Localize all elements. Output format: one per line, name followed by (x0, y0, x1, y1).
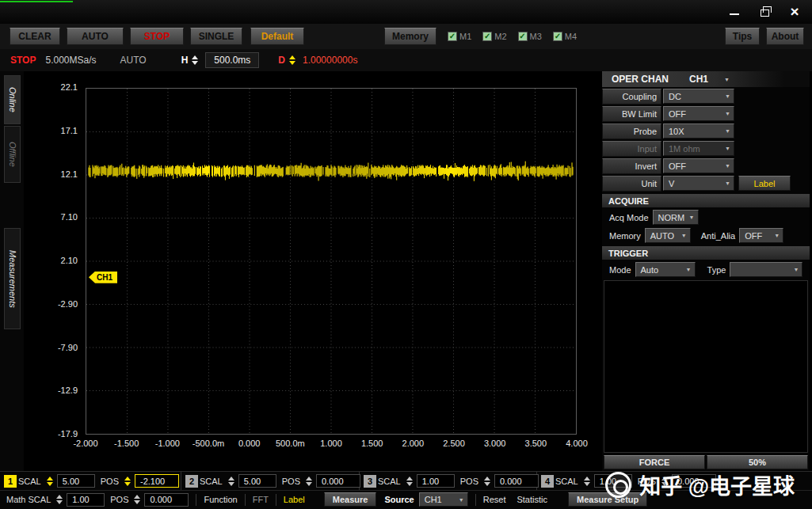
label-button[interactable]: Label (738, 176, 791, 191)
m1-label: M1 (459, 32, 471, 41)
tab-measurements[interactable]: Measurements (4, 228, 21, 329)
tips-button[interactable]: Tips (725, 28, 760, 45)
memory-slot-m4[interactable]: ✓ M4 (553, 32, 577, 41)
down-arrow-icon[interactable] (124, 482, 131, 486)
ch4-position-value[interactable]: 0.000 (672, 474, 716, 488)
up-arrow-icon[interactable] (661, 477, 668, 481)
channel-1-button[interactable]: 1 (4, 475, 17, 488)
up-arrow-icon[interactable] (228, 477, 234, 481)
down-arrow-icon[interactable] (47, 482, 53, 486)
fft-button[interactable]: FFT (253, 495, 269, 504)
ch2-position-spinner[interactable] (306, 477, 312, 486)
trigger-mode-select[interactable]: Auto▼ (635, 262, 696, 277)
stop-button[interactable]: STOP (130, 28, 184, 45)
memory-slot-m2[interactable]: ✓ M2 (482, 32, 506, 41)
measure-setup-button[interactable]: Measure Setup (568, 492, 647, 507)
down-arrow-icon[interactable] (584, 482, 590, 486)
down-arrow-icon[interactable] (192, 61, 198, 65)
memory-button[interactable]: Memory (384, 28, 436, 45)
measure-button[interactable]: Measure (324, 492, 377, 507)
down-arrow-icon[interactable] (289, 61, 295, 65)
up-arrow-icon[interactable] (406, 477, 413, 481)
ch2-scale-value[interactable]: 5.00 (238, 474, 276, 488)
down-arrow-icon[interactable] (406, 482, 413, 486)
ch4-scale-spinner[interactable] (584, 477, 590, 486)
invert-select[interactable]: OFF▼ (663, 158, 734, 173)
up-arrow-icon[interactable] (47, 477, 53, 481)
up-arrow-icon[interactable] (306, 477, 312, 481)
reset-button[interactable]: Reset (483, 495, 506, 504)
ch1-position-spinner[interactable] (124, 477, 131, 486)
channel-4-button[interactable]: 4 (541, 475, 554, 488)
x-tick-label: 2.500 (443, 439, 465, 448)
channel-2-button[interactable]: 2 (185, 475, 198, 488)
channel-3-button[interactable]: 3 (364, 475, 376, 488)
default-button[interactable]: Default (250, 28, 304, 45)
math-scale-value[interactable]: 1.00 (67, 493, 105, 507)
unit-select[interactable]: V▼ (663, 176, 734, 191)
up-arrow-icon[interactable] (584, 477, 590, 481)
statistic-button[interactable]: Statistic (517, 495, 547, 504)
ch3-scale-spinner[interactable] (406, 477, 413, 486)
delay-spinner[interactable] (289, 55, 295, 65)
tab-offline[interactable]: Offline (4, 126, 21, 183)
up-arrow-icon[interactable] (289, 55, 295, 59)
measure-source-select[interactable]: CH1▼ (419, 492, 468, 507)
minimize-button[interactable] (725, 4, 744, 20)
delay-value[interactable]: 1.00000000s (303, 55, 357, 66)
m1-checkbox[interactable]: ✓ (448, 32, 457, 41)
math-position-spinner[interactable] (134, 495, 140, 504)
about-button[interactable]: About (766, 28, 804, 45)
timebase-value[interactable]: 500.0ms (205, 52, 259, 68)
down-arrow-icon[interactable] (484, 482, 490, 486)
down-arrow-icon[interactable] (661, 482, 668, 486)
memory-slot-m3[interactable]: ✓ M3 (518, 32, 542, 41)
tab-online[interactable]: Online (4, 75, 21, 124)
ch1-scale-value[interactable]: 5.00 (57, 474, 95, 488)
up-arrow-icon[interactable] (124, 477, 131, 481)
function-button[interactable]: Function (204, 495, 237, 504)
ch1-position-value[interactable]: -2.100 (135, 474, 179, 488)
down-arrow-icon[interactable] (306, 482, 312, 486)
m4-checkbox[interactable]: ✓ (553, 32, 562, 41)
close-button[interactable]: × (785, 4, 804, 20)
bw-limit-select[interactable]: OFF▼ (663, 106, 734, 121)
timebase-spinner[interactable] (192, 55, 198, 65)
ch3-scale-value[interactable]: 1.00 (417, 474, 455, 488)
probe-select[interactable]: 10X▼ (663, 123, 734, 139)
ch2-position-value[interactable]: 0.000 (316, 474, 360, 488)
ch3-position-value[interactable]: 0.000 (494, 474, 539, 488)
ch1-scale-spinner[interactable] (47, 477, 53, 486)
coupling-select[interactable]: DC▼ (663, 89, 734, 104)
up-arrow-icon[interactable] (192, 55, 198, 59)
up-arrow-icon[interactable] (484, 477, 490, 481)
ch4-scale-value[interactable]: 1.00 (594, 474, 632, 488)
scope-display[interactable]: CH1 (86, 88, 577, 435)
clear-button[interactable]: CLEAR (10, 28, 60, 45)
oper-chan-select[interactable]: CH1 ▼ (689, 74, 730, 85)
down-arrow-icon[interactable] (56, 500, 63, 504)
acq-memory-select[interactable]: AUTO▼ (645, 228, 691, 243)
probe-value: 10X (669, 127, 684, 136)
math-position-value[interactable]: 0.000 (144, 493, 189, 507)
math-scale-spinner[interactable] (56, 495, 63, 504)
ch4-position-spinner[interactable] (661, 477, 668, 486)
math-label-button[interactable]: Label (284, 495, 305, 504)
down-arrow-icon[interactable] (228, 482, 234, 486)
memory-slot-m1[interactable]: ✓ M1 (448, 32, 471, 41)
trig-level-50-button[interactable]: 50% (707, 455, 808, 469)
up-arrow-icon[interactable] (134, 495, 140, 499)
m3-checkbox[interactable]: ✓ (518, 32, 528, 41)
force-button[interactable]: FORCE (604, 455, 705, 469)
ch2-scale-spinner[interactable] (228, 477, 234, 486)
m2-checkbox[interactable]: ✓ (482, 32, 492, 41)
anti-alias-select[interactable]: OFF▼ (739, 228, 783, 243)
ch3-position-spinner[interactable] (484, 477, 490, 486)
acq-mode-select[interactable]: NORM▼ (653, 210, 699, 225)
maximize-button[interactable] (755, 4, 774, 20)
auto-button[interactable]: AUTO (67, 28, 124, 45)
trigger-type-select[interactable]: ▼ (730, 262, 802, 277)
single-button[interactable]: SINGLE (190, 28, 242, 45)
up-arrow-icon[interactable] (56, 495, 63, 499)
down-arrow-icon[interactable] (134, 500, 140, 504)
